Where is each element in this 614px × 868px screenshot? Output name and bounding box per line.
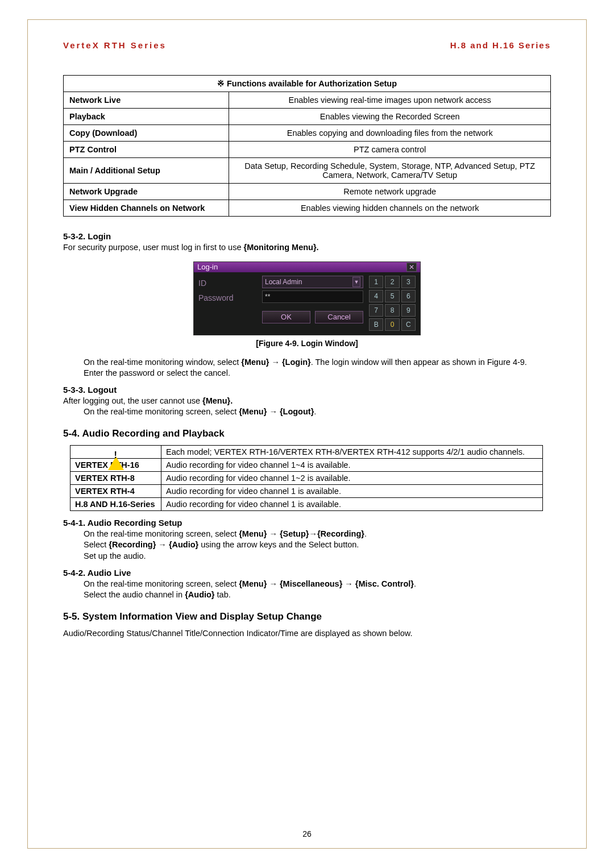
text: Select (84, 540, 109, 549)
section-5-3-2-heading: 5-3-2. Login (63, 231, 551, 241)
content-area: VerteX RTH Series H.8 and H.16 Series ※ … (28, 20, 586, 639)
keypad-key[interactable]: 3 (401, 276, 416, 288)
arrow-icon: → (345, 579, 353, 588)
arrow-icon: → (309, 529, 317, 538)
page: VerteX RTH Series H.8 and H.16 Series ※ … (0, 0, 614, 868)
password-value: ** (265, 293, 270, 301)
audio-row-key: VERTEX RTH-4 (70, 484, 161, 497)
id-select-value: Local Admin (265, 278, 302, 286)
login-body: ID Password Local Admin ▼ ** OK Cance (194, 272, 420, 334)
bold-text: {Logout} (277, 407, 314, 416)
bold-text: {Menu} (239, 529, 269, 538)
ok-button[interactable]: OK (262, 311, 310, 323)
bold-text: {Audio} (167, 540, 198, 549)
arrow-icon: → (269, 407, 277, 416)
auth-row-key: Playback (64, 109, 229, 125)
page-header: VerteX RTH Series H.8 and H.16 Series (63, 40, 551, 50)
text: For security purpose, user must log in f… (63, 243, 244, 252)
warning-icon (108, 447, 124, 456)
keypad-key[interactable]: 5 (385, 290, 399, 302)
keypad-key[interactable]: 8 (385, 304, 399, 317)
auth-row-key: Network Upgrade (64, 184, 229, 200)
section-5-4-1-line3: Set up the audio. (84, 551, 551, 562)
id-label: ID (198, 276, 262, 290)
bold-text: {Misc. Control} (353, 579, 414, 588)
text: using the arrow keys and the Select butt… (198, 540, 359, 549)
text: On the real-time monitoring screen, sele… (84, 407, 239, 416)
auth-row-val: Enables copying and downloading files fr… (229, 125, 551, 142)
keypad-key[interactable]: 4 (369, 290, 383, 302)
password-label: Password (198, 290, 262, 305)
keypad-key[interactable]: 0 (385, 318, 399, 331)
keypad: 1 2 3 4 5 6 7 8 9 B 0 C (369, 276, 416, 331)
login-titlebar: Log-in ✕ (194, 262, 420, 272)
bold-text: {Recording} (109, 540, 158, 549)
login-labels: ID Password (198, 276, 262, 331)
auth-row-val: PTZ camera control (229, 142, 551, 158)
keypad-key[interactable]: 1 (369, 276, 383, 288)
arrow-icon: → (269, 579, 277, 588)
bold-text: {Menu} (241, 358, 271, 367)
section-5-3-2-intro: For security purpose, user must log in f… (63, 242, 551, 254)
keypad-key[interactable]: 9 (401, 304, 416, 317)
keypad-key[interactable]: 2 (385, 276, 399, 288)
audio-row-val: Audio recording for video channel 1 is a… (161, 497, 543, 510)
auth-row-key: Copy (Download) (64, 125, 229, 142)
keypad-key[interactable]: C (401, 318, 416, 331)
text: tab. (215, 590, 231, 599)
bold-text: {Menu}. (202, 396, 233, 405)
auth-row-val: Enables viewing the Recorded Screen (229, 109, 551, 125)
audio-row-key: VERTEX RTH-8 (70, 471, 161, 484)
audio-table: Each model; VERTEX RTH-16/VERTEX RTH-8/V… (70, 445, 543, 511)
auth-row-val: Enables viewing hidden channels on the n… (229, 200, 551, 217)
bold-text: {Audio} (185, 590, 214, 599)
bold-text: {Miscellaneous} (277, 579, 345, 588)
auth-row-val: Enables viewing real-time images upon ne… (229, 92, 551, 109)
auth-row-key: View Hidden Channels on Network (64, 200, 229, 217)
cancel-button[interactable]: Cancel (315, 311, 363, 323)
section-5-3-2-step1: On the real-time monitoring window, sele… (84, 357, 551, 368)
chevron-down-icon: ▼ (352, 277, 360, 287)
header-left: VerteX RTH Series (63, 40, 167, 50)
figure-caption: [Figure 4-9. Login Window] (63, 339, 551, 348)
id-select[interactable]: Local Admin ▼ (262, 276, 363, 288)
auth-row-key: Network Live (64, 92, 229, 109)
section-5-4-2-line1: On the real-time monitoring screen, sele… (84, 579, 551, 590)
section-5-4-1-line1: On the real-time monitoring screen, sele… (84, 529, 551, 540)
text: Select the audio channel in (84, 590, 185, 599)
auth-row-val: Data Setup, Recording Schedule, System, … (229, 158, 551, 184)
section-5-5-intro: Audio/Recording Status/Channel Title/Con… (63, 628, 551, 639)
bold-text: {Menu} (239, 579, 269, 588)
section-5-4-heading: 5-4. Audio Recording and Playback (63, 428, 551, 439)
auth-row-key: PTZ Control (64, 142, 229, 158)
page-frame: VerteX RTH Series H.8 and H.16 Series ※ … (27, 19, 587, 849)
audio-row-key: H.8 AND H.16-Series (70, 497, 161, 510)
keypad-key[interactable]: B (369, 318, 383, 331)
section-5-3-3-intro: After logging out, the user cannot use {… (63, 396, 551, 407)
keypad-key[interactable]: 6 (401, 290, 416, 302)
bold-text: {Menu} (239, 407, 269, 416)
header-right: H.8 and H.16 Series (450, 40, 551, 50)
section-5-3-3-heading: 5-3-3. Logout (63, 385, 551, 394)
auth-row-key: Main / Additional Setup (64, 158, 229, 184)
section-5-4-1-heading: 5-4-1. Audio Recording Setup (63, 518, 551, 528)
login-title-text: Log-in (197, 263, 218, 271)
section-5-4-1-line2: Select {Recording} → {Audio} using the a… (84, 539, 551, 551)
text: On the real-time monitoring screen, sele… (84, 579, 239, 588)
text: . The login window will then appear as s… (311, 358, 527, 367)
close-icon[interactable]: ✕ (406, 263, 417, 272)
arrow-icon: → (271, 358, 280, 367)
arrow-icon: → (158, 540, 167, 549)
section-5-4-2-line2: Select the audio channel in {Audio} tab. (84, 589, 551, 601)
password-input[interactable]: ** (262, 290, 363, 303)
bold-text: {Login} (280, 358, 311, 367)
login-button-row: OK Cancel (262, 311, 363, 323)
section-5-4-2-heading: 5-4-2. Audio Live (63, 568, 551, 578)
keypad-key[interactable]: 7 (369, 304, 383, 317)
login-window: Log-in ✕ ID Password Local Admin ▼ (193, 261, 421, 335)
arrow-icon: → (269, 529, 277, 538)
auth-row-val: Remote network upgrade (229, 184, 551, 200)
login-fields: Local Admin ▼ ** OK Cancel (262, 276, 363, 331)
authorization-table: ※ Functions available for Authorization … (63, 75, 551, 217)
section-5-3-2-step2: Enter the password or select the cancel. (84, 368, 551, 379)
